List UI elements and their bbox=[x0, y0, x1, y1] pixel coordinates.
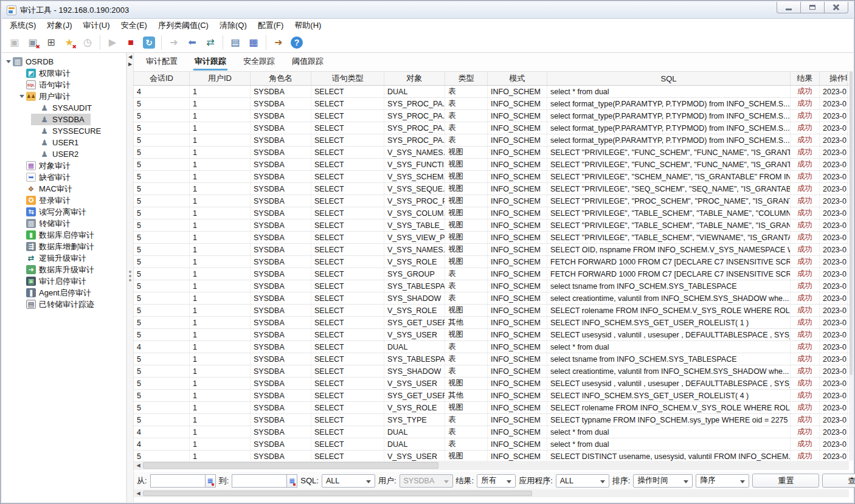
sidebar-item-审计启停审计[interactable]: ▣审计启停审计 bbox=[18, 275, 92, 287]
table-row[interactable]: 41SYSDBASELECTDUAL表INFO_SCHEMselect * fr… bbox=[134, 341, 849, 353]
table-row[interactable]: 51SYSDBASELECTSYS_PROC_PA...表INFO_SCHEMs… bbox=[134, 122, 849, 134]
menu-item-4[interactable]: 序列类阈值(C) bbox=[153, 19, 214, 32]
sidebar-item-syssecure[interactable]: ♟SYSSECURE bbox=[31, 125, 107, 137]
table-row[interactable]: 51SYSDBASELECTSYS_GET_USER...其他INFO_SCHE… bbox=[134, 390, 849, 402]
sidebar-item-agent启停审计[interactable]: ❚Agent启停审计 bbox=[18, 287, 97, 299]
horizontal-scroll-thumb[interactable] bbox=[143, 491, 532, 496]
column-header-1[interactable]: 用户ID bbox=[190, 72, 251, 85]
to-date-input[interactable] bbox=[232, 474, 286, 488]
scroll-left-icon[interactable]: ◀ bbox=[134, 489, 143, 498]
sort-order-select[interactable]: 降序 bbox=[696, 474, 749, 488]
column-header-7[interactable]: SQL bbox=[547, 72, 791, 85]
audit-tree-button[interactable]: ⊞ bbox=[43, 35, 60, 50]
table-row[interactable]: 51SYSDBASELECTV_SYS_SCHEM...视图INFO_SCHEM… bbox=[134, 171, 849, 183]
minimize-button[interactable] bbox=[777, 2, 801, 13]
table-row[interactable]: 51SYSDBASELECTV_SYS_NAMES...视图INFO_SCHEM… bbox=[134, 244, 849, 256]
menu-item-2[interactable]: 审计(U) bbox=[78, 19, 116, 32]
table-row[interactable]: 51SYSDBASELECTV_SYS_COLUM...视图INFO_SCHEM… bbox=[134, 207, 849, 219]
vertical-scroll-thumb[interactable] bbox=[850, 71, 853, 375]
stop-audit-button[interactable]: ■ bbox=[122, 35, 139, 50]
table-row[interactable]: 51SYSDBASELECTV_SYS_VIEW_P...视图INFO_SCHE… bbox=[134, 232, 849, 244]
app-filter-select[interactable]: ALL bbox=[556, 474, 609, 488]
tab-审计跟踪[interactable]: 审计跟踪 bbox=[186, 52, 235, 71]
horizontal-scroll-thumb[interactable] bbox=[143, 462, 438, 469]
table-row[interactable]: 51SYSDBASELECTSYS_PROC_PA...表INFO_SCHEMs… bbox=[134, 98, 849, 110]
table-row[interactable]: 51SYSDBASELECTSYS_PROC_PA...表INFO_SCHEMs… bbox=[134, 134, 849, 147]
table-row[interactable]: 51SYSDBASELECTV_SYS_ROLE视图INFO_SCHEMSELE… bbox=[134, 402, 849, 414]
column-header-9[interactable]: 操作时间 bbox=[820, 72, 848, 85]
filter-horizontal-scrollbar[interactable]: ◀ bbox=[134, 489, 849, 497]
table-row[interactable]: 41SYSDBASELECTDUAL表INFO_SCHEMselect * fr… bbox=[134, 438, 849, 450]
sidebar-item-mac审计[interactable]: ❖MAC审计 bbox=[18, 183, 78, 195]
audit-grid-view-button[interactable]: ▦ bbox=[245, 35, 262, 50]
sidebar-item-缺省审计[interactable]: ➥缺省审计 bbox=[18, 171, 77, 183]
splitter[interactable]: ◀▶ bbox=[126, 53, 134, 502]
table-row[interactable]: 41SYSDBASELECTDUAL表INFO_SCHEMselect * fr… bbox=[134, 86, 849, 98]
sidebar-item-已转储审计踪迹[interactable]: ▤已转储审计踪迹 bbox=[18, 299, 100, 310]
sidebar-item-登录审计[interactable]: ✪登录审计 bbox=[18, 195, 77, 206]
sidebar-item-user2[interactable]: ♟USER2 bbox=[31, 148, 85, 160]
sort-field-select[interactable]: 操作时间 bbox=[633, 474, 693, 488]
menu-item-5[interactable]: 清除(Q) bbox=[214, 19, 252, 32]
sql-filter-select[interactable]: ALL bbox=[322, 474, 375, 488]
alarm-clear-button[interactable]: ★✖ bbox=[61, 35, 78, 50]
table-row[interactable]: 51SYSDBASELECTV_SYS_PROC_P...视图INFO_SCHE… bbox=[134, 195, 849, 207]
sidebar-item-对象审计[interactable]: ▦对象审计 bbox=[18, 160, 77, 171]
column-header-2[interactable]: 角色名 bbox=[251, 72, 311, 85]
from-date-input[interactable] bbox=[150, 474, 205, 488]
sidebar-item-sysaudit[interactable]: ♟SYSAUDIT bbox=[31, 102, 98, 114]
sidebar-item-数据库启停审计[interactable]: ▮数据库启停审计 bbox=[18, 229, 100, 241]
from-calendar-icon[interactable]: ▦ bbox=[205, 474, 216, 488]
audit-config-view-button[interactable]: ▤ bbox=[227, 35, 244, 50]
table-row[interactable]: 51SYSDBASELECTSYS_TABLESPA...表INFO_SCHEM… bbox=[134, 280, 849, 292]
sidebar-item-osrdb[interactable]: ▥OSRDB bbox=[4, 56, 60, 67]
sidebar-item-sysdba[interactable]: ♟SYSDBA bbox=[31, 114, 91, 125]
column-header-5[interactable]: 类型 bbox=[445, 72, 488, 85]
sidebar-item-语句审计[interactable]: SQL语句审计 bbox=[18, 79, 77, 91]
menu-item-7[interactable]: 帮助(H) bbox=[289, 19, 327, 32]
sidebar-item-读写分离审计[interactable]: ⇆读写分离审计 bbox=[18, 206, 92, 218]
sidebar-item-用户审计[interactable]: ♟♟用户审计 bbox=[18, 91, 77, 102]
to-calendar-icon[interactable]: ▦ bbox=[286, 474, 297, 488]
tab-阈值跟踪[interactable]: 阈值跟踪 bbox=[283, 52, 332, 71]
sidebar-item-数据库升级审计[interactable]: ➜数据库升级审计 bbox=[18, 264, 100, 275]
table-row[interactable]: 51SYSDBASELECTSYS_SHADOW表INFO_SCHEMselec… bbox=[134, 292, 849, 305]
table-row[interactable]: 51SYSDBASELECTSYS_GROUP表INFO_SCHEM FETCH… bbox=[134, 268, 849, 280]
menu-item-0[interactable]: 系统(S) bbox=[4, 19, 41, 32]
expander-icon[interactable] bbox=[6, 60, 11, 63]
exit-button[interactable]: ➜ bbox=[270, 35, 287, 50]
table-row[interactable]: 51SYSDBASELECTV_SYS_SEQUE...视图INFO_SCHEM… bbox=[134, 183, 849, 195]
sidebar-item-权限审计[interactable]: ◩权限审计 bbox=[18, 67, 77, 79]
table-vertical-scrollbar[interactable] bbox=[849, 71, 853, 461]
column-header-3[interactable]: 语句类型 bbox=[311, 72, 384, 85]
table-row[interactable]: 51SYSDBASELECTSYS_GET_USER...其他INFO_SCHE… bbox=[134, 317, 849, 329]
maximize-button[interactable] bbox=[800, 2, 825, 13]
refresh-button[interactable]: ↻ bbox=[140, 35, 158, 50]
table-row[interactable]: 41SYSDBASELECTDUAL表INFO_SCHEMselect * fr… bbox=[134, 426, 849, 438]
menu-item-6[interactable]: 配置(F) bbox=[252, 19, 289, 32]
table-row[interactable]: 51SYSDBASELECTV_SYS_USER视图INFO_SCHEMSELE… bbox=[134, 329, 849, 341]
switch-button[interactable]: ⇄ bbox=[202, 35, 219, 50]
table-row[interactable]: 51SYSDBASELECTSYS_TYPE表INFO_SCHEMSELECT … bbox=[134, 414, 849, 426]
scroll-left-icon[interactable]: ◀ bbox=[134, 461, 143, 470]
table-row[interactable]: 51SYSDBASELECTV_SYS_USER视图INFO_SCHEMSELE… bbox=[134, 378, 849, 390]
table-row[interactable]: 51SYSDBASELECTV_SYS_TABLE_...视图INFO_SCHE… bbox=[134, 219, 849, 232]
query-button[interactable]: 查询 bbox=[822, 474, 855, 488]
sidebar-item-user1[interactable]: ♟USER1 bbox=[31, 137, 85, 148]
sidebar-item-数据库增删审计[interactable]: ⇶数据库增删审计 bbox=[18, 241, 100, 252]
table-row[interactable]: 51SYSDBASELECTSYS_PROC_PA...表INFO_SCHEMs… bbox=[134, 110, 849, 122]
disconnect-button[interactable]: ▣✖ bbox=[24, 35, 41, 50]
back-button[interactable]: ⬅ bbox=[184, 35, 201, 50]
menu-item-1[interactable]: 对象(J) bbox=[41, 19, 77, 32]
column-header-8[interactable]: 结果 bbox=[791, 72, 820, 85]
column-header-0[interactable]: 会话ID bbox=[134, 72, 190, 85]
close-button[interactable] bbox=[824, 2, 848, 13]
expander-icon[interactable] bbox=[19, 95, 24, 98]
result-filter-select[interactable]: 所有 bbox=[477, 474, 516, 488]
tab-审计配置[interactable]: 审计配置 bbox=[137, 52, 186, 71]
table-row[interactable]: 51SYSDBASELECTV_SYS_FUNCTI...视图INFO_SCHE… bbox=[134, 159, 849, 171]
help-button[interactable]: ? bbox=[288, 35, 305, 50]
tab-安全跟踪[interactable]: 安全跟踪 bbox=[235, 52, 283, 71]
reset-button[interactable]: 重置 bbox=[752, 474, 819, 488]
sidebar-item-转储审计[interactable]: ▥转储审计 bbox=[18, 218, 77, 229]
